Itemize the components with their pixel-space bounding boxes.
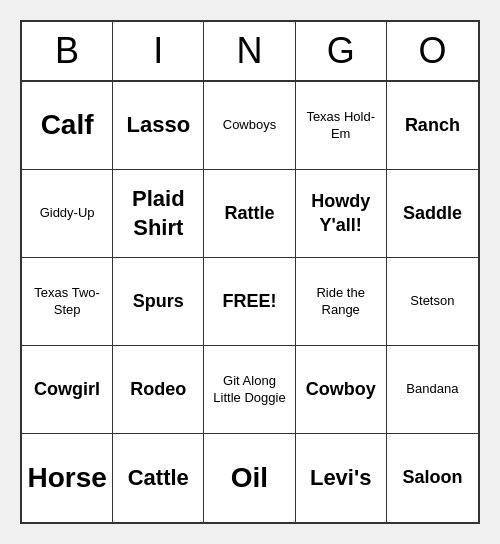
bingo-cell: Ranch: [387, 82, 478, 170]
bingo-cell-text: Ranch: [405, 114, 460, 137]
bingo-cell: Stetson: [387, 258, 478, 346]
bingo-cell: Texas Hold-Em: [296, 82, 387, 170]
bingo-cell-text: Cowboys: [223, 117, 276, 134]
bingo-cell-text: Bandana: [406, 381, 458, 398]
bingo-cell: Bandana: [387, 346, 478, 434]
bingo-cell-text: Cattle: [128, 464, 189, 493]
bingo-cell: Cowgirl: [22, 346, 113, 434]
bingo-cell-text: Texas Hold-Em: [300, 109, 382, 143]
bingo-header-letter: B: [22, 22, 113, 80]
bingo-cell: Git Along Little Doggie: [204, 346, 295, 434]
bingo-cell: Horse: [22, 434, 113, 522]
bingo-cell: Texas Two-Step: [22, 258, 113, 346]
bingo-cell-text: Spurs: [133, 290, 184, 313]
bingo-header: BINGO: [22, 22, 478, 82]
bingo-cell-text: Giddy-Up: [40, 205, 95, 222]
bingo-cell-text: Texas Two-Step: [26, 285, 108, 319]
bingo-cell: Cowboys: [204, 82, 295, 170]
bingo-cell: Spurs: [113, 258, 204, 346]
bingo-cell-text: Saddle: [403, 202, 462, 225]
bingo-cell: Calf: [22, 82, 113, 170]
bingo-cell: FREE!: [204, 258, 295, 346]
bingo-cell: Howdy Y'all!: [296, 170, 387, 258]
bingo-cell-text: Rodeo: [130, 378, 186, 401]
bingo-cell: Ride the Range: [296, 258, 387, 346]
bingo-cell: Cattle: [113, 434, 204, 522]
bingo-cell: Saloon: [387, 434, 478, 522]
bingo-cell: Levi's: [296, 434, 387, 522]
bingo-cell-text: Cowboy: [306, 378, 376, 401]
bingo-cell: Giddy-Up: [22, 170, 113, 258]
bingo-cell-text: Howdy Y'all!: [300, 190, 382, 237]
bingo-cell: Oil: [204, 434, 295, 522]
bingo-cell: Cowboy: [296, 346, 387, 434]
bingo-cell-text: FREE!: [222, 290, 276, 313]
bingo-grid: CalfLassoCowboysTexas Hold-EmRanchGiddy-…: [22, 82, 478, 522]
bingo-header-letter: G: [296, 22, 387, 80]
bingo-cell-text: Calf: [41, 107, 94, 143]
bingo-cell: Saddle: [387, 170, 478, 258]
bingo-cell-text: Cowgirl: [34, 378, 100, 401]
bingo-cell-text: Rattle: [224, 202, 274, 225]
bingo-cell: Rattle: [204, 170, 295, 258]
bingo-cell: Rodeo: [113, 346, 204, 434]
bingo-header-letter: O: [387, 22, 478, 80]
bingo-header-letter: N: [204, 22, 295, 80]
bingo-cell-text: Lasso: [126, 111, 190, 140]
bingo-cell-text: Levi's: [310, 464, 372, 493]
bingo-cell-text: Plaid Shirt: [117, 185, 199, 242]
bingo-cell-text: Ride the Range: [300, 285, 382, 319]
bingo-cell-text: Horse: [27, 460, 106, 496]
bingo-header-letter: I: [113, 22, 204, 80]
bingo-cell-text: Oil: [231, 460, 268, 496]
bingo-card: BINGO CalfLassoCowboysTexas Hold-EmRanch…: [20, 20, 480, 524]
bingo-cell-text: Saloon: [402, 466, 462, 489]
bingo-cell-text: Git Along Little Doggie: [208, 373, 290, 407]
bingo-cell: Plaid Shirt: [113, 170, 204, 258]
bingo-cell-text: Stetson: [410, 293, 454, 310]
bingo-cell: Lasso: [113, 82, 204, 170]
